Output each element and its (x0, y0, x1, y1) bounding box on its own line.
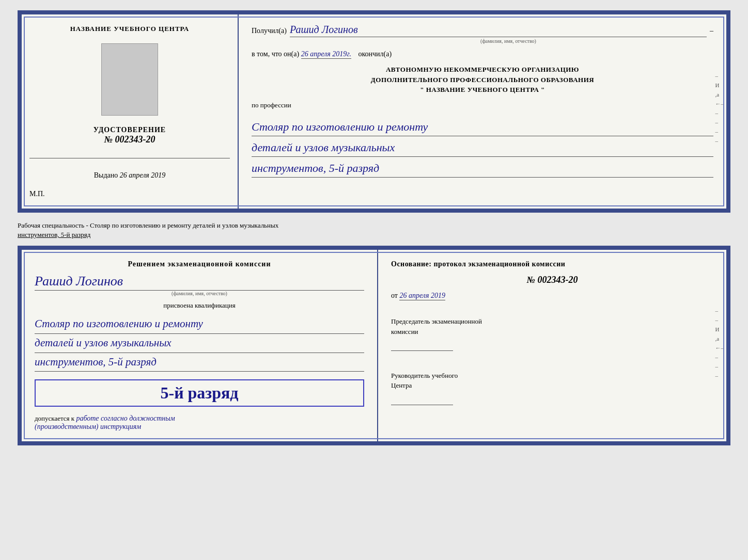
resheniem-title: Решением экзаменационной комиссии (35, 260, 364, 268)
po-professii: по профессии (252, 101, 713, 109)
poluchil-row: Получил(а) Рашид Логинов – (252, 24, 713, 37)
vydano-label: Выдано (94, 171, 118, 179)
org-block: АВТОНОМНУЮ НЕКОММЕРЧЕСКУЮ ОРГАНИЗАЦИЮ ДО… (252, 65, 713, 95)
ot-date: от 26 апреля 2019 (391, 292, 713, 300)
vtom-row: в том, что он(а) 26 апреля 2019г. окончи… (252, 50, 713, 58)
bottom-document: Решением экзаменационной комиссии Рашид … (18, 246, 730, 445)
rank-box: 5-й разряд (35, 379, 364, 407)
profession-line3: инструментов, 5-й разряд (252, 159, 713, 178)
dopuskaetsya-block: допускается к работе согласно должностны… (35, 414, 364, 431)
qualification-block: Столяр по изготовлению и ремонту деталей… (35, 315, 364, 372)
protocol-date: 26 апреля 2019 (399, 292, 445, 300)
profession-line1: Столяр по изготовлению и ремонту (252, 118, 713, 136)
top-document: НАЗВАНИЕ УЧЕБНОГО ЦЕНТРА УДОСТОВЕРЕНИЕ №… (18, 10, 730, 213)
separator-line2: инструментов, 5-й разряд (18, 231, 90, 238)
org-line3: " НАЗВАНИЕ УЧЕБНОГО ЦЕНТРА " (252, 85, 713, 95)
osnovanie-title: Основание: протокол экзаменационной коми… (391, 260, 713, 268)
bottom-fio-label: (фамилия, имя, отчество) (35, 291, 364, 296)
top-center-title: НАЗВАНИЕ УЧЕБНОГО ЦЕНТРА (70, 25, 190, 33)
fio-label-top: (фамилия, имя, отчество) (303, 38, 713, 44)
udostoverenie-block: УДОСТОВЕРЕНИЕ № 002343-20 (93, 126, 166, 145)
side-deco-bottom: – – И ,а ←– – – – (715, 308, 724, 379)
udostoverenie-title: УДОСТОВЕРЕНИЕ (93, 126, 166, 134)
profession-line2: деталей и узлов музыкальных (252, 138, 713, 157)
top-left-panel: НАЗВАНИЕ УЧЕБНОГО ЦЕНТРА УДОСТОВЕРЕНИЕ №… (22, 14, 239, 209)
qual-line3: инструментов, 5-й разряд (35, 353, 364, 372)
predsedatel-sign-line (391, 341, 453, 351)
dopuskaetsya-label: допускается к (35, 414, 74, 422)
org-line1: АВТОНОМНУЮ НЕКОММЕРЧЕСКУЮ ОРГАНИЗАЦИЮ (252, 65, 713, 75)
separator-text: Рабочая специальность - Столяр по изгото… (18, 218, 730, 241)
org-line2: ДОПОЛНИТЕЛЬНОГО ПРОФЕССИОНАЛЬНОГО ОБРАЗО… (252, 75, 713, 85)
mp-label: М.П. (29, 190, 45, 198)
predsedatel-line2: комиссии (391, 327, 713, 337)
bottom-recipient-block: Рашид Логинов (фамилия, имя, отчество) (35, 274, 364, 296)
prisvoena-label: присвоена квалификация (35, 301, 364, 310)
rank-label: 5-й разряд (41, 383, 358, 403)
vydano-block: Выдано 26 апреля 2019 (94, 171, 166, 180)
predsedatel-block: Председатель экзаменационной комиссии (391, 316, 713, 354)
top-right-panel: Получил(а) Рашид Логинов – (фамилия, имя… (239, 14, 726, 209)
dash: – (710, 27, 713, 35)
bottom-left-panel: Решением экзаменационной комиссии Рашид … (22, 250, 378, 441)
divider-line-1 (29, 158, 230, 158)
profession-block: Столяр по изготовлению и ремонту деталей… (252, 116, 713, 178)
po-professii-label: по профессии (252, 101, 291, 109)
rukovoditel-line2: Центра (391, 380, 713, 391)
separator-line1: Рабочая специальность - Столяр по изгото… (18, 221, 278, 229)
rukovoditel-sign-line (391, 395, 453, 405)
bottom-recipient-name: Рашид Логинов (35, 274, 364, 291)
ot-label: от (391, 292, 398, 299)
udostoverenie-number: № 002343-20 (93, 134, 166, 145)
side-deco-top: – И ,а ←– – – – – (715, 73, 724, 144)
predsedatel-line1: Председатель экзаменационной (391, 316, 713, 327)
poluchil-label: Получил(а) (252, 27, 287, 35)
photo-placeholder (101, 43, 158, 116)
bottom-right-panel: Основание: протокол экзаменационной коми… (378, 250, 726, 441)
date-completed: 26 апреля 2019г. (301, 50, 351, 59)
dopuskaetsya-text: работе согласно должностным (76, 414, 175, 422)
okonchil-label: окончил(а) (358, 50, 392, 58)
rukovoditel-block: Руководитель учебного Центра (391, 371, 713, 408)
rukovoditel-line1: Руководитель учебного (391, 371, 713, 381)
protocol-number: № 002343-20 (391, 275, 713, 285)
qual-line1: Столяр по изготовлению и ремонту (35, 315, 364, 334)
vydano-date: 26 апреля 2019 (120, 171, 165, 179)
vtom-label: в том, что он(а) (252, 50, 299, 58)
qual-line2: деталей и узлов музыкальных (35, 334, 364, 353)
recipient-name-top: Рашид Логинов (290, 24, 707, 37)
dopuskaetsya-text2: (производственным) инструкциям (35, 423, 141, 430)
